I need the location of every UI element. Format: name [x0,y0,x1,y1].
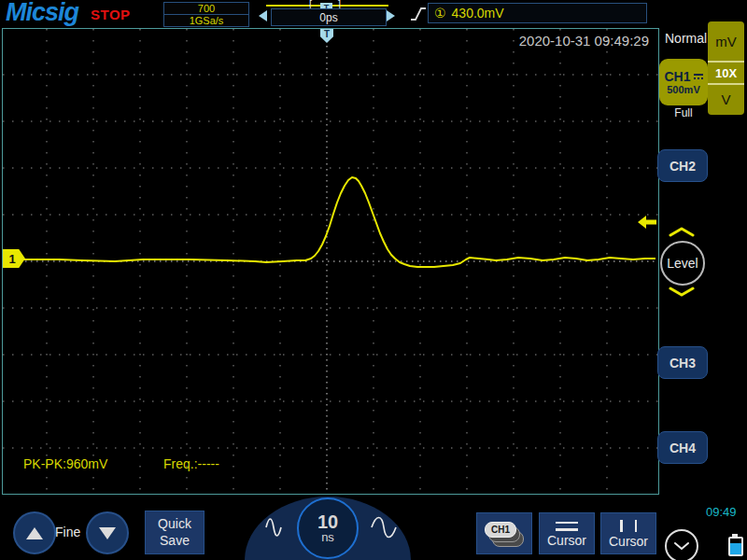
horizontal-position-value: 0ps [319,11,337,24]
trigger-mode-label: Normal [665,31,707,46]
channel-select-button[interactable]: CH1 [476,512,532,554]
dc-coupling-icon [694,74,703,79]
triangle-down-icon [99,527,116,539]
fine-adjust-down-button[interactable] [86,511,129,554]
measurement-freq: Freq.:----- [163,456,219,471]
level-down-chevron[interactable] [669,287,695,297]
trigger-source-icon: ① [434,6,446,21]
horizontal-cursor-button[interactable]: Cursor [539,512,595,554]
timebase-unit: ns [321,531,334,544]
trigger-level-knob[interactable]: Level [660,241,705,286]
probe-attenuation-button[interactable]: 10X [708,61,744,84]
trigger-slope-icon[interactable] [410,4,427,24]
sample-rate-value: 1GSa/s [164,15,248,26]
hpos-left-arrow[interactable] [259,10,267,21]
hpos-right-arrow[interactable] [387,10,395,21]
timebase-compress-icon[interactable] [264,516,283,539]
ch2-button[interactable]: CH2 [657,149,708,182]
ch1-button[interactable]: CH1 500mV [659,59,708,105]
vertical-cursor-button[interactable]: Cursor [600,512,656,554]
ch4-button[interactable]: CH4 [657,431,708,464]
waveform-display[interactable]: 2020-10-31 09:49:29 T 1 PK-PK:960mV Freq… [2,28,659,495]
oscilloscope-screen: Micsig STOP 700 1GSa/s [ ] T 0ps ① 430.0… [0,0,747,560]
ch1-bandwidth-label: Full [659,106,708,119]
trigger-level-box[interactable]: ① 430.0mV [428,3,647,23]
unit-mv-button[interactable]: mV [708,21,744,61]
brand-logo: Micsig [6,0,78,27]
triangle-up-icon [26,527,43,539]
unit-v-button[interactable]: V [708,85,744,115]
acquisition-info-box[interactable]: 700 1GSa/s [163,2,249,27]
level-up-chevron[interactable] [669,227,695,237]
chevron-down-icon [673,541,690,551]
ch3-button[interactable]: CH3 [657,346,708,379]
channel-stack-icon: CH1 [484,522,525,546]
waveform-canvas [3,29,658,494]
trigger-frames-value: 700 [164,3,248,15]
clock: 09:49 [706,505,737,519]
timebase-value: 10 [317,512,338,531]
timebase-value-knob[interactable]: 10 ns [297,497,359,559]
fine-label: Fine [55,525,80,539]
collapse-menu-button[interactable] [665,529,698,560]
vertical-cursor-icon [620,520,637,532]
horizontal-cursor-icon [556,522,578,531]
trigger-level-value: 430.0mV [452,6,504,21]
horizontal-position-box[interactable]: 0ps [271,8,387,26]
acquisition-status[interactable]: STOP [91,7,131,22]
ch1-scale-value: 500mV [667,84,699,95]
fine-adjust-up-button[interactable] [13,511,56,554]
timebase-expand-icon[interactable] [370,516,398,539]
quick-save-button[interactable]: Quick Save [145,511,204,554]
datetime: 2020-10-31 09:49:29 [519,33,649,49]
battery-icon [728,537,743,556]
ch1-label: CH1 [664,69,690,84]
vertical-unit-column: mV 10X V [708,21,744,115]
measurement-pkpk: PK-PK:960mV [23,456,107,471]
